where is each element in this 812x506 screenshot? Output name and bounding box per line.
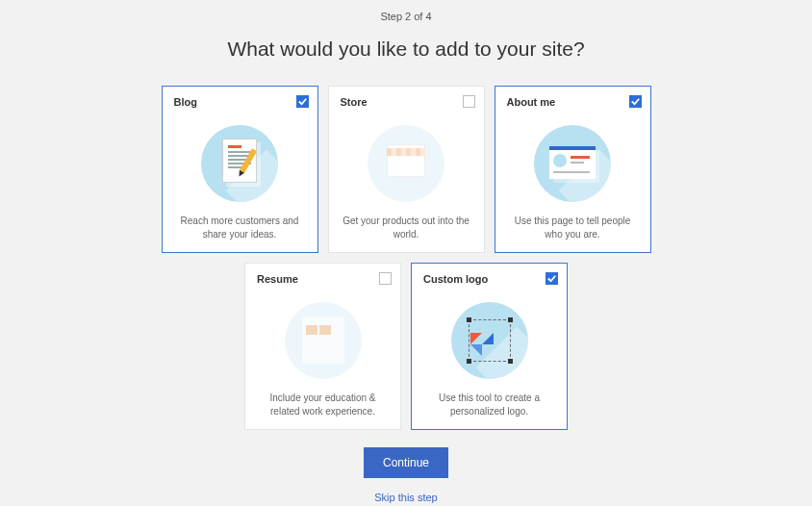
- card-about-title: About me: [507, 96, 556, 108]
- card-store-title: Store: [341, 96, 368, 108]
- continue-button[interactable]: Continue: [364, 447, 448, 478]
- custom-logo-icon: [423, 289, 555, 392]
- resume-icon: [257, 289, 389, 392]
- skip-link[interactable]: Skip this step: [374, 492, 437, 503]
- checkbox-about[interactable]: [629, 95, 642, 108]
- card-blog[interactable]: Blog Reach more c: [162, 86, 318, 253]
- card-row-1: Blog Reach more c: [162, 86, 651, 253]
- page-title: What would you like to add to your site?: [227, 38, 584, 61]
- card-about-desc: Use this page to tell people who you are…: [507, 215, 639, 240]
- check-icon: [630, 96, 641, 107]
- checkbox-blog[interactable]: [296, 95, 309, 108]
- card-resume[interactable]: Resume Include your education & related …: [244, 263, 401, 430]
- card-resume-title: Resume: [257, 273, 298, 285]
- card-blog-desc: Reach more customers and share your idea…: [174, 215, 306, 240]
- store-icon: [341, 112, 472, 215]
- card-logo[interactable]: Custom logo: [411, 263, 568, 430]
- card-row-2: Resume Include your education & related …: [244, 263, 568, 430]
- check-icon: [297, 96, 308, 107]
- card-resume-desc: Include your education & related work ex…: [257, 392, 389, 417]
- card-blog-title: Blog: [174, 96, 197, 108]
- profile-card-icon: [507, 112, 639, 215]
- card-about[interactable]: About me Use this page to tell people wh…: [495, 86, 651, 253]
- checkbox-logo[interactable]: [546, 272, 558, 285]
- card-store-desc: Get your products out into the world.: [341, 215, 472, 240]
- card-store[interactable]: Store Get your products out into the wor…: [328, 86, 485, 253]
- checkbox-resume[interactable]: [379, 272, 392, 285]
- checkbox-store[interactable]: [463, 95, 475, 108]
- card-logo-title: Custom logo: [423, 273, 488, 285]
- check-icon: [546, 273, 557, 284]
- blog-icon: [174, 112, 306, 215]
- card-logo-desc: Use this tool to create a personalized l…: [423, 392, 555, 417]
- step-indicator: Step 2 of 4: [380, 11, 431, 22]
